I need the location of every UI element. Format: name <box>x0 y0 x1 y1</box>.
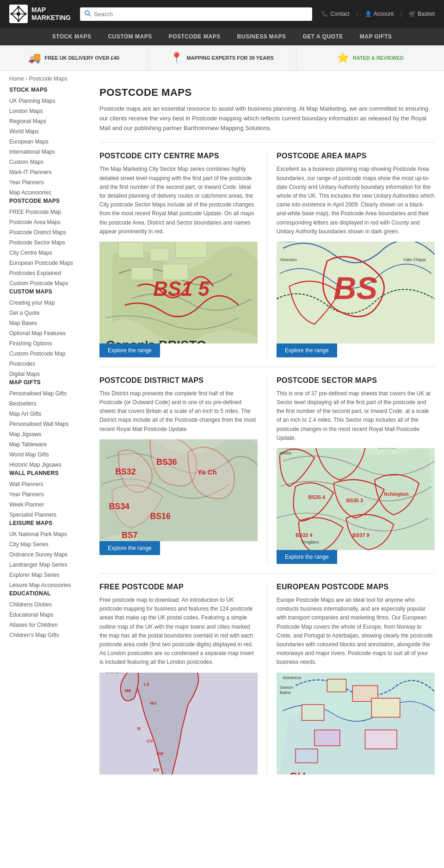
sidebar-item[interactable]: Year Planners <box>9 177 90 187</box>
sidebar-item[interactable]: Postcodes <box>9 359 90 369</box>
sidebar-item-ordnance-survey-maps[interactable]: Ordnance Survey Maps <box>9 550 90 560</box>
nav-stock-maps[interactable]: STOCK MAPS <box>44 28 100 45</box>
sidebar-item[interactable]: Bestsellers <box>9 399 90 409</box>
sidebar-item[interactable]: Wall Planners <box>9 479 90 489</box>
explore-btn-city-centre[interactable]: Explore the range <box>99 343 160 357</box>
map-col-area: POSTCODE AREA MAPS Excellent as a busine… <box>267 152 435 357</box>
page-title: POSTCODE MAPS <box>99 87 435 99</box>
sidebar-title-map-gifts: MAP GIFTS <box>9 379 90 386</box>
sidebar-item[interactable]: Educational Maps <box>9 610 90 620</box>
sidebar-section-postcode-maps: POSTCODE MAPS FREE Postcode Map Postcode… <box>9 198 90 288</box>
sidebar-item[interactable]: European Postcode Maps <box>9 258 90 268</box>
account-link[interactable]: 👤 Account <box>365 11 394 17</box>
sidebar-item[interactable]: Custom Postcode Map <box>9 349 90 359</box>
sidebar-item[interactable]: Map Accessories <box>9 187 90 198</box>
sidebar-item[interactable]: Historic Map Jigsaws <box>9 460 90 470</box>
sidebar-item[interactable]: Custom Postcode Maps <box>9 278 90 288</box>
sidebar-item-personalised-map-gifts[interactable]: Personalised Map Gifts <box>9 388 90 399</box>
svg-text:GLOU: GLOU <box>283 549 306 550</box>
svg-rect-67 <box>314 730 340 745</box>
svg-rect-13 <box>118 242 144 257</box>
sidebar-item[interactable]: Postcode District Maps <box>9 227 90 237</box>
sidebar-item[interactable]: World Map Gifts <box>9 450 90 460</box>
sidebar-item[interactable]: Custom Maps <box>9 157 90 167</box>
phone-icon: 📞 <box>321 11 328 17</box>
sidebar-item[interactable]: UK Planning Maps <box>9 96 90 106</box>
sidebar-item[interactable]: City Centre Maps <box>9 248 90 258</box>
section-desc-city-centre: The Map Marketing City Sector Map series… <box>99 165 258 236</box>
explore-btn-district[interactable]: Explore the range <box>99 541 160 555</box>
breadcrumb-home[interactable]: Home <box>9 75 24 82</box>
sidebar-item[interactable]: Get a Quote <box>9 308 90 318</box>
sidebar-item-finishing-options[interactable]: Finishing Options <box>9 338 90 349</box>
sidebar-item-specialist-planners[interactable]: Specialist Planners <box>9 510 90 520</box>
map-row-2: POSTCODE DISTRICT MAPS This District map… <box>99 367 435 564</box>
svg-text:Itchington: Itchington <box>384 491 409 497</box>
svg-text:B: B <box>137 725 141 731</box>
svg-text:Knigswood: Knigswood <box>137 539 162 541</box>
sidebar-item[interactable]: Explorer Map Series <box>9 570 90 580</box>
map-col-european: EUROPEAN POSTCODE MAPS Europe Postcode M… <box>267 583 435 774</box>
search-input[interactable] <box>94 11 308 18</box>
sidebar-item[interactable]: Map Tableware <box>9 439 90 450</box>
nav-get-a-quote[interactable]: GET A QUOTE <box>294 28 351 45</box>
explore-btn-area[interactable]: Explore the range <box>277 343 337 357</box>
sidebar-item[interactable]: Postcode Area Maps <box>9 217 90 227</box>
promo-experts-text: MAPPING EXPERTS FOR 39 YEARS <box>186 55 273 61</box>
svg-text:Ambury: Ambury <box>280 448 295 450</box>
sidebar-item[interactable]: Postcode Sector Maps <box>9 237 90 248</box>
intro-text: Postcode maps are an essential resource … <box>99 104 435 133</box>
sidebar-title-stock-maps: STOCK MAPS <box>9 87 90 93</box>
basket-link[interactable]: 🛒 Basket <box>409 11 435 17</box>
sidebar-item[interactable]: Landranger Map Series <box>9 560 90 570</box>
map-row-3: FREE POSTCODE MAP Free postcode map to d… <box>99 573 435 774</box>
sidebar-item[interactable]: Week Planner <box>9 500 90 510</box>
sidebar-section-stock-maps: STOCK MAPS UK Planning Maps London Maps … <box>9 87 90 198</box>
sidebar-item[interactable]: Creating your Map <box>9 298 90 308</box>
sidebar-item[interactable]: London Maps <box>9 106 90 116</box>
sidebar-item[interactable]: Regional Maps <box>9 116 90 126</box>
sidebar-item[interactable]: Childrens Globes <box>9 599 90 610</box>
contact-link[interactable]: 📞 Contact <box>321 11 349 17</box>
sidebar-item[interactable]: Map Jigsaws <box>9 429 90 439</box>
sidebar-item[interactable]: Children's Map Gifts <box>9 630 90 640</box>
section-title-european: EUROPEAN POSTCODE MAPS <box>277 583 435 591</box>
sidebar-item[interactable]: Atlases for Children <box>9 620 90 630</box>
sidebar-item[interactable]: Optional Map Features <box>9 328 90 338</box>
search-bar[interactable] <box>80 7 313 21</box>
nav-map-gifts[interactable]: MAP GIFTS <box>352 28 401 45</box>
svg-text:Yate Chippi: Yate Chippi <box>403 256 426 262</box>
sidebar-item[interactable]: Leisure Map Accessories <box>9 580 90 590</box>
sidebar-item[interactable]: World Maps <box>9 126 90 137</box>
svg-text:BS7: BS7 <box>122 530 138 539</box>
sidebar-item[interactable]: International Maps <box>9 147 90 157</box>
sidebar-item[interactable]: Map Art Gifts <box>9 409 90 419</box>
promo-rated: ⭐ RATED & REVIEWED <box>296 45 444 70</box>
section-title-sector: POSTCODE SECTOR MAPS <box>277 376 435 385</box>
svg-rect-68 <box>365 730 397 749</box>
sidebar-item[interactable]: Personalised Wall Maps <box>9 419 90 429</box>
explore-btn-sector[interactable]: Explore the range <box>277 550 337 564</box>
sidebar-item-uk-national-park-maps[interactable]: UK National Park Maps <box>9 529 90 539</box>
nav-business-maps[interactable]: BUSINESS MAPS <box>229 28 295 45</box>
section-title-area: POSTCODE AREA MAPS <box>277 152 435 160</box>
logo-text: MAP MARKETING <box>31 6 71 22</box>
svg-text:Alveston: Alveston <box>280 256 297 262</box>
sidebar-item[interactable]: Map Bases <box>9 318 90 328</box>
svg-text:BS34: BS34 <box>109 502 130 511</box>
svg-text:SW: SW <box>156 751 164 756</box>
site-logo[interactable]: MAP MARKETING <box>9 5 71 23</box>
sidebar-item[interactable]: Postcodes Explained <box>9 268 90 278</box>
sidebar-item[interactable]: European Maps <box>9 137 90 147</box>
sidebar-item[interactable]: Digital Maps <box>9 369 90 379</box>
person-icon: 👤 <box>365 11 372 17</box>
nav-postcode-maps[interactable]: POSTCODE MAPS <box>160 28 229 45</box>
sidebar-item-city-map-series[interactable]: City Map Series <box>9 539 90 550</box>
sidebar-item[interactable]: Year Planners <box>9 489 90 500</box>
pin-icon: 📍 <box>170 52 183 64</box>
sidebar-item[interactable]: Mark-IT Planners <box>9 167 90 177</box>
sidebar-item[interactable]: FREE Postcode Map <box>9 207 90 217</box>
nav-custom-maps[interactable]: CUSTOM MAPS <box>99 28 160 45</box>
svg-text:BS36: BS36 <box>156 457 177 467</box>
section-desc-european: Europe Postcode Maps are an ideal tool f… <box>277 596 435 667</box>
